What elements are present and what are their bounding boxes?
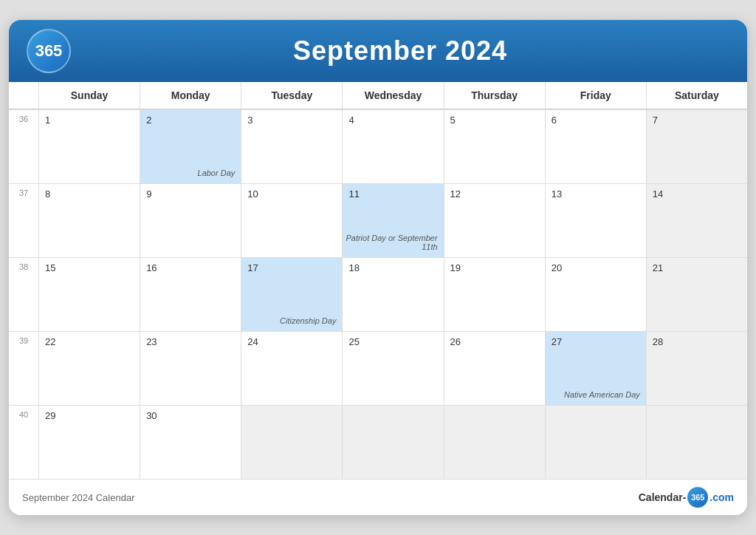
calendar-title: September 2024 bbox=[71, 35, 729, 67]
weekday-header-sunday: Sunday bbox=[38, 82, 140, 109]
day-cell: 12 bbox=[444, 183, 545, 257]
day-cell: 17Citizenship Day bbox=[241, 257, 342, 331]
day-cell: 30 bbox=[140, 405, 241, 479]
day-number: 26 bbox=[450, 336, 539, 347]
day-cell: 9 bbox=[140, 183, 241, 257]
weekdays-row: SundayMondayTuesdayWednesdayThursdayFrid… bbox=[9, 82, 747, 109]
week-number: 36 bbox=[9, 109, 38, 183]
day-cell: 5 bbox=[444, 109, 545, 183]
day-cell: 3 bbox=[241, 109, 342, 183]
day-number: 11 bbox=[348, 188, 437, 200]
day-cell: 22 bbox=[38, 331, 140, 405]
day-number: 2 bbox=[146, 115, 235, 126]
day-number: 4 bbox=[348, 115, 437, 126]
day-number: 17 bbox=[247, 262, 336, 273]
day-number: 27 bbox=[551, 336, 640, 347]
calendar-container: 365 September 2024 SundayMondayTuesdayWe… bbox=[9, 20, 747, 515]
day-number: 18 bbox=[348, 262, 437, 273]
day-number: 30 bbox=[146, 410, 235, 421]
day-number: 13 bbox=[551, 188, 640, 200]
day-cell: 26 bbox=[444, 331, 545, 405]
day-cell: 4 bbox=[342, 109, 443, 183]
weekday-header-friday: Friday bbox=[545, 82, 646, 109]
day-number: 5 bbox=[450, 115, 539, 126]
day-cell: 14 bbox=[646, 183, 747, 257]
day-cell bbox=[241, 405, 342, 479]
day-cell: 7 bbox=[646, 109, 747, 183]
day-number: 25 bbox=[348, 336, 437, 347]
day-number: 9 bbox=[146, 188, 235, 200]
day-number: 3 bbox=[247, 115, 336, 126]
day-number: 24 bbox=[247, 336, 336, 347]
day-cell: 25 bbox=[342, 331, 443, 405]
day-cell: 16 bbox=[140, 257, 241, 331]
holiday-label: Patriot Day or September 11th bbox=[343, 234, 437, 251]
calendar-header: 365 September 2024 bbox=[9, 20, 747, 82]
day-cell: 11Patriot Day or September 11th bbox=[342, 183, 443, 257]
footer-domain: .com bbox=[709, 491, 734, 503]
weekday-header-monday: Monday bbox=[140, 82, 241, 109]
day-cell bbox=[545, 405, 646, 479]
footer-brand-prefix: Calendar- bbox=[639, 491, 687, 503]
holiday-label: Native American Day bbox=[564, 390, 640, 399]
holiday-label: Labor Day bbox=[198, 168, 236, 177]
footer-brand: Calendar- 365 .com bbox=[639, 487, 734, 508]
day-cell: 19 bbox=[444, 257, 545, 331]
day-number: 6 bbox=[551, 115, 640, 126]
day-cell: 6 bbox=[545, 109, 646, 183]
weekday-header-saturday: Saturday bbox=[646, 82, 747, 109]
day-number: 14 bbox=[653, 188, 741, 200]
day-cell: 15 bbox=[38, 257, 140, 331]
week-number: 38 bbox=[9, 257, 38, 331]
footer-caption: September 2024 Calendar bbox=[22, 492, 135, 503]
day-cell bbox=[342, 405, 443, 479]
day-cell bbox=[444, 405, 545, 479]
day-number: 22 bbox=[45, 336, 134, 347]
day-number: 19 bbox=[450, 262, 539, 273]
day-cell: 29 bbox=[38, 405, 140, 479]
week-num-header-empty bbox=[9, 82, 38, 109]
day-number: 21 bbox=[653, 262, 741, 273]
day-cell: 10 bbox=[241, 183, 342, 257]
weekday-header-thursday: Thursday bbox=[444, 82, 545, 109]
day-cell bbox=[646, 405, 747, 479]
day-cell: 20 bbox=[545, 257, 646, 331]
day-cell: 23 bbox=[140, 331, 241, 405]
day-number: 29 bbox=[45, 410, 134, 421]
day-number: 15 bbox=[45, 262, 134, 273]
week-number: 39 bbox=[9, 331, 38, 405]
day-cell: 27Native American Day bbox=[545, 331, 646, 405]
logo-circle: 365 bbox=[27, 29, 71, 73]
day-number: 8 bbox=[45, 188, 134, 200]
calendar-footer: September 2024 Calendar Calendar- 365 .c… bbox=[9, 479, 747, 515]
day-number: 1 bbox=[45, 115, 134, 126]
day-cell: 8 bbox=[38, 183, 140, 257]
week-number: 37 bbox=[9, 183, 38, 257]
holiday-label: Citizenship Day bbox=[280, 316, 336, 325]
day-number: 16 bbox=[146, 262, 235, 273]
day-cell: 24 bbox=[241, 331, 342, 405]
footer-logo-circle: 365 bbox=[687, 487, 708, 508]
day-cell: 28 bbox=[646, 331, 747, 405]
day-number: 10 bbox=[247, 188, 336, 200]
day-cell: 18 bbox=[342, 257, 443, 331]
day-cell: 1 bbox=[38, 109, 140, 183]
day-number: 23 bbox=[146, 336, 235, 347]
weekday-header-tuesday: Tuesday bbox=[241, 82, 342, 109]
day-number: 12 bbox=[450, 188, 539, 200]
day-number: 28 bbox=[653, 336, 741, 347]
calendar-grid: 3612Labor Day3456737891011Patriot Day or… bbox=[9, 109, 747, 479]
day-number: 20 bbox=[551, 262, 640, 273]
day-cell: 21 bbox=[646, 257, 747, 331]
day-cell: 2Labor Day bbox=[140, 109, 241, 183]
week-number: 40 bbox=[9, 405, 38, 479]
day-cell: 13 bbox=[545, 183, 646, 257]
day-number: 7 bbox=[653, 115, 741, 126]
weekday-header-wednesday: Wednesday bbox=[342, 82, 443, 109]
